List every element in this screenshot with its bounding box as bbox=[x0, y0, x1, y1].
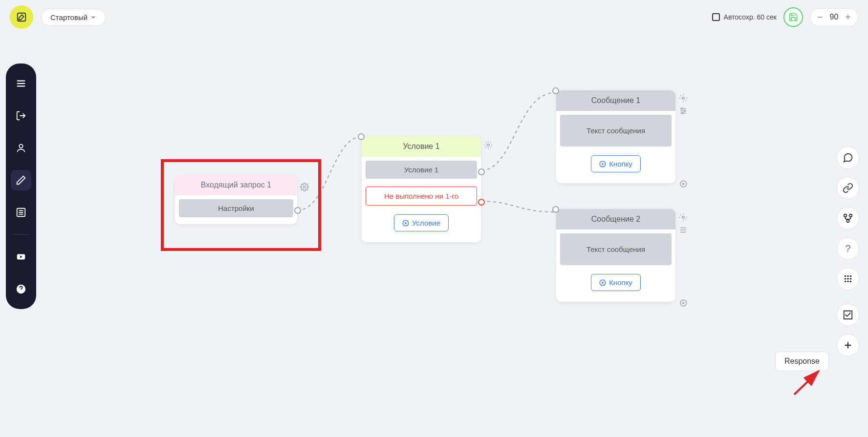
node-title: Сообщение 1 bbox=[591, 96, 640, 104]
plus-circle-icon bbox=[599, 161, 606, 167]
node-add-msg-button[interactable] bbox=[679, 299, 688, 310]
condition-slot[interactable]: Условие 1 bbox=[366, 161, 477, 179]
node-add-msg-button[interactable] bbox=[679, 180, 688, 190]
node-header: Условие 1 bbox=[362, 136, 481, 157]
gear-icon bbox=[484, 141, 493, 149]
port-in[interactable] bbox=[552, 206, 559, 213]
node-body: Текст сообщения Кнопку bbox=[556, 229, 675, 302]
node-gear-button[interactable] bbox=[484, 141, 493, 151]
node-title: Условие 1 bbox=[403, 142, 439, 150]
svg-point-39 bbox=[682, 112, 683, 114]
gear-icon bbox=[679, 213, 688, 222]
port-in[interactable] bbox=[358, 133, 365, 140]
message-text-slot[interactable]: Текст сообщения bbox=[560, 115, 672, 146]
node-incoming-request[interactable]: Входящий запрос 1 Настройки bbox=[175, 175, 297, 224]
add-button-btn[interactable]: Кнопку bbox=[591, 155, 641, 172]
svg-point-29 bbox=[487, 144, 490, 146]
add-button-label: Кнопку bbox=[609, 278, 632, 287]
message-text-slot[interactable]: Текст сообщения bbox=[560, 233, 672, 265]
svg-point-37 bbox=[681, 108, 683, 109]
chat-plus-icon bbox=[679, 299, 688, 308]
plus-circle-icon bbox=[402, 220, 409, 227]
add-button-btn[interactable]: Кнопку bbox=[591, 274, 641, 291]
chat-plus-icon bbox=[679, 180, 688, 188]
edges-layer bbox=[0, 0, 147, 73]
gear-icon bbox=[679, 94, 688, 103]
node-header: Сообщение 1 bbox=[556, 90, 675, 111]
plus-circle-icon bbox=[599, 279, 606, 286]
node-sliders-button[interactable] bbox=[679, 226, 688, 236]
node-gear-button[interactable] bbox=[679, 94, 688, 104]
gear-icon bbox=[300, 183, 309, 191]
node-body: Настройки bbox=[175, 195, 297, 224]
svg-point-38 bbox=[684, 110, 686, 112]
node-header: Сообщение 2 bbox=[556, 209, 675, 229]
port-out[interactable] bbox=[294, 207, 301, 214]
svg-point-33 bbox=[682, 97, 685, 100]
port-out-cond[interactable] bbox=[478, 168, 485, 175]
fallback-slot[interactable]: Не выполнено ни 1-го bbox=[366, 187, 477, 206]
settings-slot[interactable]: Настройки bbox=[179, 199, 293, 217]
node-message-2[interactable]: Сообщение 2 Текст сообщения Кнопку bbox=[556, 209, 675, 302]
node-gear-button[interactable] bbox=[300, 183, 309, 193]
node-header: Входящий запрос 1 bbox=[175, 175, 297, 195]
svg-point-25 bbox=[304, 186, 306, 188]
node-gear-button[interactable] bbox=[679, 213, 688, 224]
node-body: Условие 1 Не выполнено ни 1-го Условие bbox=[362, 157, 481, 242]
node-condition[interactable]: Условие 1 Условие 1 Не выполнено ни 1-го… bbox=[362, 136, 481, 242]
sliders-icon bbox=[679, 106, 688, 115]
add-condition-label: Условие bbox=[412, 219, 440, 227]
flow-canvas[interactable]: Входящий запрос 1 Настройки Условие 1 Ус… bbox=[0, 0, 868, 437]
port-in[interactable] bbox=[552, 87, 559, 94]
svg-point-45 bbox=[682, 216, 685, 219]
add-condition-button[interactable]: Условие bbox=[394, 214, 449, 231]
node-body: Текст сообщения Кнопку bbox=[556, 111, 675, 183]
node-title: Сообщение 2 bbox=[591, 215, 640, 223]
node-message-1[interactable]: Сообщение 1 Текст сообщения Кнопку bbox=[556, 90, 675, 183]
port-out-fallback[interactable] bbox=[478, 199, 485, 206]
sliders-icon bbox=[679, 226, 688, 234]
node-title: Входящий запрос 1 bbox=[201, 181, 271, 189]
node-sliders-button[interactable] bbox=[679, 106, 688, 117]
add-button-label: Кнопку bbox=[609, 160, 632, 168]
